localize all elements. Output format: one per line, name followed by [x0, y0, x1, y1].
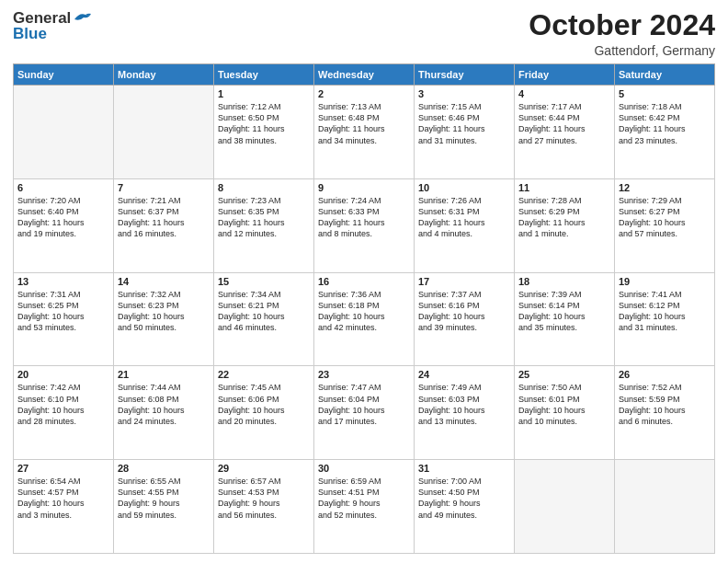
cell-info: Sunrise: 7:45 AM Sunset: 6:06 PM Dayligh… — [218, 382, 310, 427]
calendar-cell: 15Sunrise: 7:34 AM Sunset: 6:21 PM Dayli… — [214, 272, 314, 366]
cell-info: Sunrise: 7:29 AM Sunset: 6:27 PM Dayligh… — [619, 195, 711, 240]
calendar-cell: 27Sunrise: 6:54 AM Sunset: 4:57 PM Dayli… — [14, 460, 114, 554]
calendar-cell — [14, 86, 114, 179]
month-title: October 2024 — [529, 9, 715, 41]
calendar-cell: 2Sunrise: 7:13 AM Sunset: 6:48 PM Daylig… — [314, 86, 415, 179]
day-number: 30 — [318, 463, 410, 474]
cell-info: Sunrise: 7:52 AM Sunset: 5:59 PM Dayligh… — [619, 382, 711, 427]
day-number: 25 — [518, 369, 610, 380]
day-number: 7 — [118, 182, 210, 193]
day-number: 2 — [318, 88, 410, 99]
day-number: 5 — [619, 88, 711, 99]
cell-info: Sunrise: 7:34 AM Sunset: 6:21 PM Dayligh… — [218, 289, 310, 334]
calendar-cell: 28Sunrise: 6:55 AM Sunset: 4:55 PM Dayli… — [114, 460, 214, 554]
calendar-cell: 11Sunrise: 7:28 AM Sunset: 6:29 PM Dayli… — [515, 178, 615, 272]
cell-info: Sunrise: 7:39 AM Sunset: 6:14 PM Dayligh… — [518, 289, 610, 334]
day-number: 4 — [518, 88, 610, 99]
day-number: 26 — [619, 369, 711, 380]
cell-info: Sunrise: 7:41 AM Sunset: 6:12 PM Dayligh… — [619, 289, 711, 334]
calendar-cell: 14Sunrise: 7:32 AM Sunset: 6:23 PM Dayli… — [114, 272, 214, 366]
cell-info: Sunrise: 6:54 AM Sunset: 4:57 PM Dayligh… — [17, 476, 109, 521]
day-number: 29 — [218, 463, 310, 474]
calendar-cell: 10Sunrise: 7:26 AM Sunset: 6:31 PM Dayli… — [415, 178, 515, 272]
calendar-cell: 6Sunrise: 7:20 AM Sunset: 6:40 PM Daylig… — [14, 178, 114, 272]
day-number: 16 — [318, 276, 410, 287]
cell-info: Sunrise: 7:31 AM Sunset: 6:25 PM Dayligh… — [17, 289, 109, 334]
cell-info: Sunrise: 6:55 AM Sunset: 4:55 PM Dayligh… — [118, 476, 210, 521]
day-number: 15 — [218, 276, 310, 287]
day-number: 22 — [218, 369, 310, 380]
day-number: 20 — [17, 369, 109, 380]
calendar-cell: 8Sunrise: 7:23 AM Sunset: 6:35 PM Daylig… — [214, 178, 314, 272]
calendar-cell: 30Sunrise: 6:59 AM Sunset: 4:51 PM Dayli… — [314, 460, 415, 554]
cell-info: Sunrise: 7:28 AM Sunset: 6:29 PM Dayligh… — [518, 195, 610, 240]
calendar-cell: 4Sunrise: 7:17 AM Sunset: 6:44 PM Daylig… — [515, 86, 615, 179]
day-header-thursday: Thursday — [415, 64, 515, 86]
day-number: 18 — [518, 276, 610, 287]
cell-info: Sunrise: 7:44 AM Sunset: 6:08 PM Dayligh… — [118, 382, 210, 427]
day-number: 23 — [318, 369, 410, 380]
calendar-header: SundayMondayTuesdayWednesdayThursdayFrid… — [14, 64, 715, 86]
calendar-cell: 16Sunrise: 7:36 AM Sunset: 6:18 PM Dayli… — [314, 272, 415, 366]
calendar-cell: 1Sunrise: 7:12 AM Sunset: 6:50 PM Daylig… — [214, 86, 314, 179]
cell-info: Sunrise: 7:23 AM Sunset: 6:35 PM Dayligh… — [218, 195, 310, 240]
day-number: 11 — [518, 182, 610, 193]
day-number: 8 — [218, 182, 310, 193]
calendar-cell: 26Sunrise: 7:52 AM Sunset: 5:59 PM Dayli… — [615, 366, 715, 460]
cell-info: Sunrise: 7:17 AM Sunset: 6:44 PM Dayligh… — [518, 101, 610, 146]
calendar-cell: 23Sunrise: 7:47 AM Sunset: 6:04 PM Dayli… — [314, 366, 415, 460]
day-number: 9 — [318, 182, 410, 193]
calendar-cell: 29Sunrise: 6:57 AM Sunset: 4:53 PM Dayli… — [214, 460, 314, 554]
calendar-cell: 31Sunrise: 7:00 AM Sunset: 4:50 PM Dayli… — [415, 460, 515, 554]
calendar-cell: 17Sunrise: 7:37 AM Sunset: 6:16 PM Dayli… — [415, 272, 515, 366]
calendar-body: 1Sunrise: 7:12 AM Sunset: 6:50 PM Daylig… — [14, 86, 715, 554]
cell-info: Sunrise: 7:18 AM Sunset: 6:42 PM Dayligh… — [619, 101, 711, 146]
day-header-wednesday: Wednesday — [314, 64, 415, 86]
cell-info: Sunrise: 7:32 AM Sunset: 6:23 PM Dayligh… — [118, 289, 210, 334]
day-number: 19 — [619, 276, 711, 287]
logo-line2: Blue — [13, 25, 47, 43]
calendar-cell: 12Sunrise: 7:29 AM Sunset: 6:27 PM Dayli… — [615, 178, 715, 272]
calendar-cell — [114, 86, 214, 179]
day-number: 1 — [218, 88, 310, 99]
cell-info: Sunrise: 7:24 AM Sunset: 6:33 PM Dayligh… — [318, 195, 410, 240]
week-row-3: 13Sunrise: 7:31 AM Sunset: 6:25 PM Dayli… — [14, 272, 715, 366]
calendar-cell: 3Sunrise: 7:15 AM Sunset: 6:46 PM Daylig… — [415, 86, 515, 179]
day-header-saturday: Saturday — [615, 64, 715, 86]
day-header-monday: Monday — [114, 64, 214, 86]
day-number: 10 — [418, 182, 510, 193]
day-number: 6 — [17, 182, 109, 193]
day-number: 12 — [619, 182, 711, 193]
cell-info: Sunrise: 6:59 AM Sunset: 4:51 PM Dayligh… — [318, 476, 410, 521]
week-row-2: 6Sunrise: 7:20 AM Sunset: 6:40 PM Daylig… — [14, 178, 715, 272]
calendar-table: SundayMondayTuesdayWednesdayThursdayFrid… — [13, 63, 715, 554]
day-number: 3 — [418, 88, 510, 99]
week-row-1: 1Sunrise: 7:12 AM Sunset: 6:50 PM Daylig… — [14, 86, 715, 179]
cell-info: Sunrise: 7:50 AM Sunset: 6:01 PM Dayligh… — [518, 382, 610, 427]
cell-info: Sunrise: 7:42 AM Sunset: 6:10 PM Dayligh… — [17, 382, 109, 427]
cell-info: Sunrise: 6:57 AM Sunset: 4:53 PM Dayligh… — [218, 476, 310, 521]
cell-info: Sunrise: 7:36 AM Sunset: 6:18 PM Dayligh… — [318, 289, 410, 334]
cell-info: Sunrise: 7:37 AM Sunset: 6:16 PM Dayligh… — [418, 289, 510, 334]
calendar-cell: 9Sunrise: 7:24 AM Sunset: 6:33 PM Daylig… — [314, 178, 415, 272]
calendar-cell: 18Sunrise: 7:39 AM Sunset: 6:14 PM Dayli… — [515, 272, 615, 366]
logo: General Blue — [13, 9, 93, 43]
calendar-cell: 24Sunrise: 7:49 AM Sunset: 6:03 PM Dayli… — [415, 366, 515, 460]
day-header-tuesday: Tuesday — [214, 64, 314, 86]
week-row-4: 20Sunrise: 7:42 AM Sunset: 6:10 PM Dayli… — [14, 366, 715, 460]
location: Gattendorf, Germany — [529, 43, 715, 58]
day-header-friday: Friday — [515, 64, 615, 86]
day-header-sunday: Sunday — [14, 64, 114, 86]
day-number: 14 — [118, 276, 210, 287]
day-number: 27 — [17, 463, 109, 474]
calendar-cell: 21Sunrise: 7:44 AM Sunset: 6:08 PM Dayli… — [114, 366, 214, 460]
day-number: 13 — [17, 276, 109, 287]
calendar-cell: 25Sunrise: 7:50 AM Sunset: 6:01 PM Dayli… — [515, 366, 615, 460]
cell-info: Sunrise: 7:12 AM Sunset: 6:50 PM Dayligh… — [218, 101, 310, 146]
page: General Blue October 2024 Gattendorf, Ge… — [0, 0, 728, 563]
cell-info: Sunrise: 7:21 AM Sunset: 6:37 PM Dayligh… — [118, 195, 210, 240]
week-row-5: 27Sunrise: 6:54 AM Sunset: 4:57 PM Dayli… — [14, 460, 715, 554]
header: General Blue October 2024 Gattendorf, Ge… — [13, 9, 715, 58]
calendar-cell: 5Sunrise: 7:18 AM Sunset: 6:42 PM Daylig… — [615, 86, 715, 179]
calendar-cell — [615, 460, 715, 554]
